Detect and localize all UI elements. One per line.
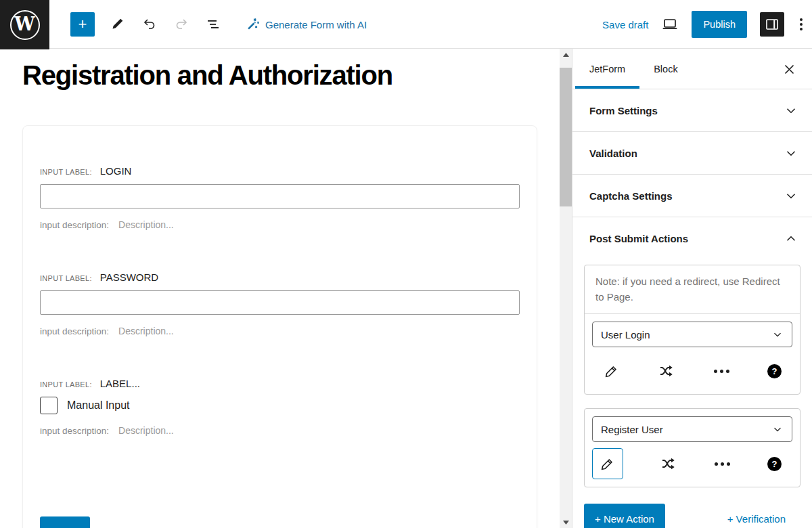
form-field-checkbox: INPUT LABEL: LABEL... Manual Input input… (40, 378, 520, 436)
help-icon[interactable]: ? (767, 364, 782, 378)
options-menu-icon[interactable] (797, 16, 805, 33)
field-desc-placeholder[interactable]: Description... (118, 326, 174, 336)
post-submit-actions-panel: Note: if you need a redirect, use Redire… (572, 260, 812, 528)
more-options-icon[interactable] (713, 362, 730, 380)
edit-tool-icon[interactable] (109, 16, 127, 33)
sidebar-tabbar: JetForm Block (572, 49, 812, 89)
more-options-icon[interactable] (713, 455, 731, 472)
redo-icon[interactable] (173, 16, 190, 33)
tab-block[interactable]: Block (639, 49, 692, 89)
list-view-icon[interactable] (204, 16, 222, 33)
page-title[interactable]: Registration and Authorization (22, 58, 560, 93)
field-desc-placeholder[interactable]: Description... (118, 219, 174, 230)
sidebar-panel-icon (765, 17, 780, 32)
form-field-password: INPUT LABEL: PASSWORD input description:… (40, 271, 520, 336)
help-icon[interactable]: ? (767, 457, 782, 471)
field-desc-prefix: input description: (40, 326, 109, 336)
chevron-down-icon (771, 423, 784, 435)
field-desc-prefix: input description: (40, 220, 109, 230)
field-label-prefix: INPUT LABEL: (40, 274, 92, 282)
checkbox-label[interactable]: Manual Input (67, 399, 130, 412)
editor-canvas: Registration and Authorization INPUT LAB… (0, 49, 560, 528)
chevron-up-icon (784, 232, 798, 246)
scroll-down-icon[interactable] (560, 516, 572, 528)
conditions-shuffle-icon[interactable] (658, 362, 675, 380)
scrollbar-thumb[interactable] (560, 68, 572, 206)
settings-sidebar-toggle[interactable] (760, 12, 784, 37)
close-sidebar-icon[interactable] (778, 58, 800, 80)
vertical-scrollbar[interactable] (560, 49, 572, 528)
jetform-block[interactable]: INPUT LABEL: LOGIN input description: De… (22, 125, 537, 528)
manual-input-checkbox[interactable] (40, 397, 58, 414)
password-input[interactable] (40, 290, 520, 315)
form-field-login: INPUT LABEL: LOGIN input description: De… (40, 165, 520, 230)
action-card-user-login: Note: if you need a redirect, use Redire… (584, 265, 800, 395)
field-label[interactable]: PASSWORD (100, 271, 158, 283)
action-card-register-user: Register User (584, 408, 800, 487)
field-desc-prefix: input description: (40, 426, 109, 436)
view-preview-icon[interactable] (661, 16, 679, 33)
publish-button[interactable]: Publish (692, 11, 747, 38)
login-input[interactable] (40, 184, 520, 208)
conditions-shuffle-icon[interactable] (660, 455, 677, 472)
wordpress-logo[interactable]: W (0, 0, 49, 49)
field-label[interactable]: LABEL... (100, 378, 140, 389)
login-submit-button[interactable]: Log In (40, 516, 90, 528)
undo-icon[interactable] (141, 16, 158, 33)
field-label[interactable]: LOGIN (100, 165, 132, 177)
editor-toolbar: W + (0, 0, 812, 49)
action-type-select[interactable]: Register User (592, 416, 792, 442)
chevron-down-icon (784, 146, 798, 160)
tab-jetform[interactable]: JetForm (575, 49, 639, 89)
save-draft-button[interactable]: Save draft (602, 19, 648, 30)
wordpress-logo-icon: W (10, 10, 40, 40)
block-inserter-button[interactable]: + (70, 12, 95, 37)
action-type-select[interactable]: User Login (592, 322, 792, 347)
section-form-settings[interactable]: Form Settings (572, 89, 812, 132)
section-captcha-settings[interactable]: Captcha Settings (572, 175, 812, 217)
generate-form-ai-label: Generate Form with AI (265, 19, 367, 30)
chevron-down-icon (771, 328, 784, 340)
edit-action-icon[interactable] (603, 362, 621, 380)
field-label-prefix: INPUT LABEL: (40, 168, 92, 176)
scroll-up-icon[interactable] (560, 49, 572, 60)
edit-action-icon-focused[interactable] (592, 448, 623, 479)
redirect-note: Note: if you need a redirect, use Redire… (585, 265, 800, 314)
settings-sidebar: JetForm Block Form Settings Validation C… (572, 49, 812, 528)
verification-link[interactable]: + Verification (727, 513, 786, 525)
section-post-submit-actions[interactable]: Post Submit Actions (572, 217, 812, 260)
chevron-down-icon (784, 103, 798, 118)
magic-wand-icon (246, 18, 260, 32)
chevron-down-icon (784, 188, 798, 203)
new-action-button[interactable]: + New Action (584, 504, 665, 528)
section-validation[interactable]: Validation (572, 132, 812, 175)
generate-form-ai-button[interactable]: Generate Form with AI (246, 18, 367, 32)
field-desc-placeholder[interactable]: Description... (118, 425, 174, 436)
field-label-prefix: INPUT LABEL: (40, 380, 92, 389)
